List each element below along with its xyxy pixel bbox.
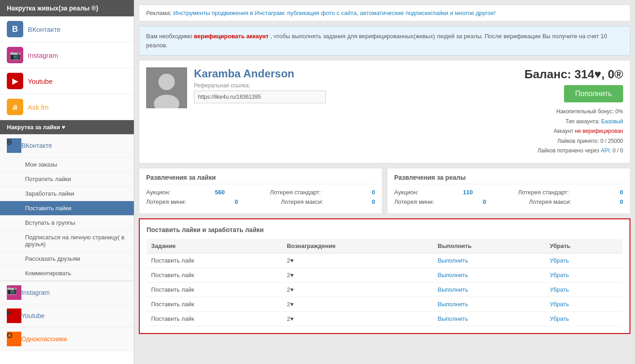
sidebar-sub-my-orders[interactable]: Мои заказы (0, 157, 134, 172)
account-verify-label: Аккаунт (554, 128, 573, 134)
likes-received-val: 0 / 25000 (600, 138, 623, 144)
task-remove-4[interactable]: Убрать (545, 311, 623, 326)
ent-likes-label-auction: Аукцион: (146, 189, 170, 196)
sidebar-top-header: Накрутка живых(за реалы ®) (0, 0, 134, 16)
task-reward-4: 2♥ (282, 311, 433, 326)
sidebar-bottom-header: Накрутка за лайки ♥ (0, 120, 134, 134)
account-verify-val[interactable]: не верифицирован (575, 128, 623, 134)
ent-likes-label-lottery-mini: Лотерея мини: (146, 198, 186, 205)
ent-reals-row-1: Лотерея мини: 0 Лотерея макси: 0 (394, 198, 623, 205)
sidebar-sub-youtube[interactable]: ▶ Youtube (0, 304, 134, 328)
task-execute-0[interactable]: Выполнить (433, 253, 545, 268)
task-remove-2[interactable]: Убрать (545, 282, 623, 297)
verify-link[interactable]: верифицировать аккаунт (194, 33, 269, 40)
tasks-section: Поставить лайки и заработать лайки Задан… (139, 218, 630, 334)
youtube-icon: ▶ (7, 73, 23, 89)
sidebar-sub-odnoklassniki[interactable]: О Одноклассники (0, 328, 134, 351)
balance-text: Баланс: 314♥, 0® (524, 67, 623, 81)
tasks-header-row: Задание Вознаграждение Выполнить Убрать (147, 239, 623, 253)
vk-sub-icon: В (7, 138, 21, 153)
account-type-row: Тип аккаунта: Базовый (524, 117, 623, 127)
sidebar-sub-nav: В ВКонтакте Мои заказы Потратить лайки З… (0, 134, 134, 351)
sidebar-label-vk: ВКонтакте (28, 25, 61, 33)
sidebar-sub-comment[interactable]: Комментировать (0, 266, 134, 281)
account-type-label: Тип аккаунта: (565, 118, 599, 125)
sidebar-item-askfm[interactable]: a Ask.fm (0, 94, 134, 120)
table-row: Поставить лайк 2♥ Выполнить Убрать (147, 282, 623, 297)
col-remove: Убрать (545, 239, 623, 253)
main-content: Реклама: Инструменты продвижения в Инста… (134, 0, 635, 364)
task-execute-1[interactable]: Выполнить (433, 268, 545, 282)
sidebar-sub-spend-likes[interactable]: Потратить лайки (0, 172, 134, 187)
tasks-title: Поставить лайки и заработать лайки (147, 226, 623, 233)
task-execute-2[interactable]: Выполнить (433, 282, 545, 297)
sidebar-sub-tell-friends[interactable]: Рассказать друзьям (0, 252, 134, 266)
account-verify-row: Аккаунт не верифицирован (524, 126, 623, 136)
entertainment-likes-title: Развлечения за лайки (146, 174, 375, 184)
ent-likes-val-auction[interactable]: 560 (207, 189, 225, 196)
ent-likes-label-lottery-maxi: Лотерея макси: (281, 198, 323, 205)
remove-link-1[interactable]: Убрать (550, 272, 569, 278)
profile-balance-area: Баланс: 314♥, 0® Пополнить Накопительный… (524, 67, 623, 156)
remove-link-0[interactable]: Убрать (550, 257, 569, 264)
ent-likes-row-0: Аукцион: 560 Лотерея стандарт: 0 (146, 189, 375, 196)
sidebar-label-instagram: Instagram (28, 51, 58, 59)
task-remove-1[interactable]: Убрать (545, 268, 623, 282)
task-remove-3[interactable]: Убрать (545, 297, 623, 311)
tasks-table-head: Задание Вознаграждение Выполнить Убрать (147, 239, 623, 253)
likes-spent-val: 0 / 0 (613, 147, 623, 154)
ent-reals-val-lottery-mini[interactable]: 0 (468, 198, 486, 205)
ent-reals-val-auction[interactable]: 110 (455, 189, 473, 196)
verify-text-before: Вам необходимо (146, 33, 194, 40)
execute-link-0[interactable]: Выполнить (438, 257, 468, 264)
sidebar-sub-put-likes[interactable]: Поставить лайки (0, 201, 134, 216)
task-name-1: Поставить лайк (147, 268, 282, 282)
table-row: Поставить лайк 2♥ Выполнить Убрать (147, 268, 623, 282)
remove-link-2[interactable]: Убрать (550, 286, 569, 293)
sidebar-sub-items: Мои заказы Потратить лайки Заработать ла… (0, 157, 134, 281)
col-execute: Выполнить (433, 239, 545, 253)
ent-likes-val-lottery-maxi[interactable]: 0 (357, 198, 375, 205)
top-up-button[interactable]: Пополнить (564, 85, 623, 102)
task-name-0: Поставить лайк (147, 253, 282, 268)
sidebar-sub-instagram[interactable]: 📷 Instagram (0, 281, 134, 304)
task-execute-3[interactable]: Выполнить (433, 297, 545, 311)
execute-link-3[interactable]: Выполнить (438, 301, 468, 308)
ent-likes-val-lottery-std[interactable]: 0 (357, 189, 375, 196)
sidebar: Накрутка живых(за реалы ®) В ВКонтакте 📷… (0, 0, 134, 364)
sidebar-sub-parent-vk[interactable]: В ВКонтакте (0, 134, 134, 157)
ent-reals-val-lottery-maxi[interactable]: 0 (605, 198, 623, 205)
ent-reals-label-lottery-mini: Лотерея мини: (394, 198, 434, 205)
task-remove-0[interactable]: Убрать (545, 253, 623, 268)
likes-spent-api[interactable]: API (601, 147, 610, 154)
sidebar-item-youtube[interactable]: ▶ Youtube (0, 68, 134, 94)
ent-reals-val-lottery-std[interactable]: 0 (605, 189, 623, 196)
sidebar-item-instagram[interactable]: 📷 Instagram (0, 42, 134, 68)
remove-link-4[interactable]: Убрать (550, 315, 569, 322)
account-type-val[interactable]: Базовый (601, 118, 623, 125)
sidebar-sub-youtube-label: Youtube (21, 312, 45, 319)
instagram2-icon: 📷 (7, 285, 21, 300)
ent-likes-val-lottery-mini[interactable]: 0 (220, 198, 238, 205)
execute-link-2[interactable]: Выполнить (438, 286, 468, 293)
sidebar-sub-ok-label: Одноклассники (21, 335, 67, 343)
likes-spent-row: Лайков потрачено через API: 0 / 0 (524, 146, 623, 156)
sidebar-sub-earn-likes[interactable]: Заработать лайки (0, 187, 134, 201)
sidebar-label-ask: Ask.fm (28, 103, 49, 111)
execute-link-1[interactable]: Выполнить (438, 272, 468, 278)
task-reward-1: 2♥ (282, 268, 433, 282)
sidebar-item-vkontakte[interactable]: В ВКонтакте (0, 16, 134, 42)
sidebar-label-youtube: Youtube (28, 77, 53, 85)
profile-ref-input[interactable] (194, 91, 326, 103)
likes-received-label: Лайков принято: (557, 138, 599, 144)
ad-link[interactable]: Инструменты продвижения в Инстаграм: пуб… (173, 10, 496, 16)
task-execute-4[interactable]: Выполнить (433, 311, 545, 326)
entertainment-reals-box: Развлечения за реалы Аукцион: 110 Лотере… (387, 168, 630, 214)
sidebar-sub-subscribe-page[interactable]: Подписаться на личную страницу( в друзья… (0, 230, 134, 252)
likes-received-row: Лайков принято: 0 / 25000 (524, 136, 623, 147)
sidebar-sub-instagram-label: Instagram (21, 289, 50, 296)
avatar (146, 67, 187, 108)
sidebar-sub-join-groups[interactable]: Вступать в группы (0, 216, 134, 230)
execute-link-4[interactable]: Выполнить (438, 315, 468, 322)
remove-link-3[interactable]: Убрать (550, 301, 569, 308)
